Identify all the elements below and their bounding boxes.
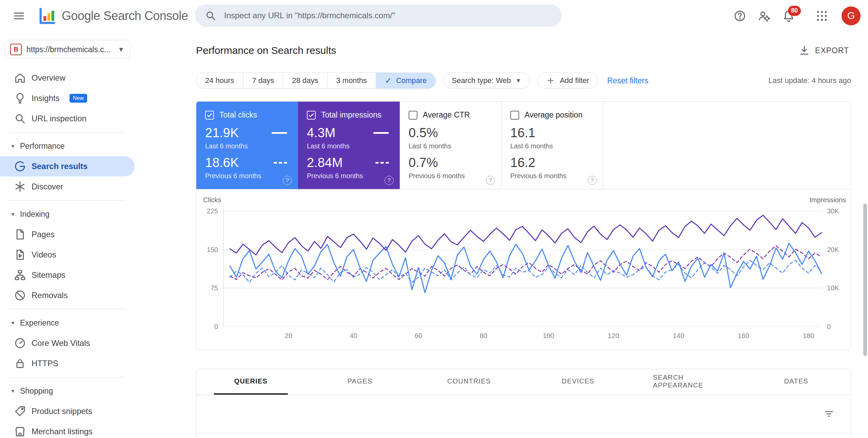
sidebar-item-removals[interactable]: Removals: [0, 285, 135, 306]
caret-down-icon: ▾: [9, 319, 16, 327]
sidebar-item-product-snippets[interactable]: Product snippets: [0, 401, 135, 421]
sidebar-item-label: Merchant listings: [32, 427, 93, 436]
svg-text:75: 75: [211, 284, 218, 292]
sidebar-item-core-web-vitals[interactable]: Core Web Vitals: [0, 333, 135, 353]
metric-help-icon[interactable]: ?: [486, 176, 495, 185]
tab-label: SEARCH APPEARANCE: [633, 369, 742, 395]
solid-line-legend-icon: [373, 132, 389, 134]
sidebar-item-label: Videos: [32, 250, 56, 259]
metric-current-period: Last 6 months: [510, 142, 595, 150]
topbar: Google Search Console 80 G: [0, 0, 868, 32]
url-inspect-input[interactable]: [223, 11, 552, 21]
sidebar-item-label: Pages: [32, 230, 55, 239]
sidebar-section-label: Shopping: [20, 387, 53, 396]
svg-text:180: 180: [803, 332, 814, 339]
performance-card: Total clicks21.9KLast 6 months18.6KPrevi…: [196, 101, 851, 350]
logo-brand-text: Google: [62, 9, 100, 23]
sidebar-divider: [9, 377, 126, 377]
scrollbar-thumb[interactable]: [863, 204, 867, 356]
metric-previous-period: Previous 6 months: [205, 172, 290, 180]
sidebar-item-label: HTTPS: [32, 359, 58, 368]
solid-line-legend-icon: [272, 132, 287, 134]
tab-label: QUERIES: [214, 369, 288, 395]
sidebar-section-shopping[interactable]: ▾Shopping: [0, 381, 135, 401]
metric-checkbox[interactable]: [510, 111, 519, 120]
sidebar-item-videos[interactable]: Videos: [0, 245, 135, 265]
sidebar-item-label: Product snippets: [32, 406, 92, 416]
svg-text:30K: 30K: [827, 207, 839, 215]
date-range-28-days[interactable]: 28 days: [283, 73, 327, 88]
speedometer-icon: [14, 337, 26, 350]
date-range-3-months[interactable]: 3 months: [327, 73, 376, 88]
table-filter-button[interactable]: [821, 405, 837, 422]
metric-checkbox[interactable]: [307, 111, 316, 120]
add-filter-button[interactable]: Add filter: [537, 72, 598, 89]
dimension-tabs-card: QUERIESPAGESCOUNTRIESDEVICESSEARCH APPEA…: [196, 369, 851, 438]
metric-checkbox[interactable]: [205, 111, 214, 120]
chevron-down-icon: ▼: [118, 46, 124, 54]
sidebar-item-overview[interactable]: Overview: [0, 68, 135, 88]
date-range-24-hours[interactable]: 24 hours: [196, 73, 243, 88]
metric-previous-value: 18.6K: [205, 155, 239, 170]
tab-pages[interactable]: PAGES: [305, 369, 415, 395]
tab-dates[interactable]: DATES: [742, 369, 851, 395]
tab-countries[interactable]: COUNTRIES: [414, 369, 524, 395]
metric-head: Average position: [510, 110, 595, 120]
sidebar-section-label: Performance: [20, 142, 65, 151]
url-inspect-searchbar[interactable]: [195, 4, 562, 27]
metric-previous-period: Previous 6 months: [409, 172, 493, 180]
tab-search-appearance[interactable]: SEARCH APPEARANCE: [633, 369, 742, 395]
metric-previous-period: Previous 6 months: [307, 172, 392, 180]
sidebar-item-insights[interactable]: InsightsNew: [0, 88, 135, 108]
sidebar-item-https[interactable]: HTTPS: [0, 353, 135, 374]
tab-queries[interactable]: QUERIES: [196, 369, 305, 395]
metric-previous-period: Previous 6 months: [510, 172, 595, 180]
sidebar-item-search-results[interactable]: Search results: [0, 156, 135, 176]
reset-filters-link[interactable]: Reset filters: [607, 76, 648, 85]
sidebar-item-discover[interactable]: Discover: [0, 176, 135, 197]
metric-head: Total impressions: [307, 110, 392, 120]
sidebar-item-merchant-listings[interactable]: Merchant listings: [0, 421, 135, 438]
account-avatar[interactable]: G: [842, 6, 861, 25]
google-apps-button[interactable]: [812, 6, 831, 25]
sidebar-item-label: Discover: [32, 182, 63, 191]
svg-text:160: 160: [738, 332, 749, 339]
notifications-button[interactable]: 80: [779, 6, 798, 25]
manage-users-button[interactable]: [755, 6, 774, 25]
metric-help-icon[interactable]: ?: [384, 176, 394, 185]
manage-users-icon: [757, 9, 771, 23]
metric-current-value: 4.3M: [307, 126, 335, 140]
sidebar-section-label: Experience: [20, 318, 59, 328]
main-menu-button[interactable]: [9, 6, 29, 26]
logo-product-text: Search Console: [103, 9, 188, 23]
sidebar-section-experience[interactable]: ▾Experience: [0, 313, 135, 333]
search-type-filter[interactable]: Search type: Web ▼: [443, 72, 530, 89]
metric-label: Total impressions: [321, 110, 381, 120]
property-selector[interactable]: B https://brmchemicals.c... ▼: [4, 40, 130, 59]
sidebar-section-performance[interactable]: ▾Performance: [0, 136, 135, 156]
metric-card-total-clicks[interactable]: Total clicks21.9KLast 6 months18.6KPrevi…: [196, 102, 298, 189]
dashed-line-legend-icon: [375, 162, 389, 164]
sidebar-section-label: Indexing: [20, 210, 50, 219]
sidebar-item-pages[interactable]: Pages: [0, 224, 135, 245]
page-icon: [14, 228, 26, 241]
tab-devices[interactable]: DEVICES: [524, 369, 633, 395]
metric-card-average-ctr[interactable]: Average CTR0.5%Last 6 months0.7%Previous…: [400, 102, 501, 189]
metric-checkbox[interactable]: [409, 111, 417, 120]
metric-current-period: Last 6 months: [409, 142, 493, 150]
sparkle-icon: [14, 180, 26, 193]
metric-current-value: 21.9K: [205, 126, 239, 140]
sidebar-item-url-inspection[interactable]: URL inspection: [0, 108, 135, 129]
sidebar-section-indexing[interactable]: ▾Indexing: [0, 204, 135, 224]
date-range-7-days[interactable]: 7 days: [243, 73, 283, 88]
help-button[interactable]: [730, 6, 749, 25]
compare-toggle[interactable]: ✓Compare: [376, 73, 436, 88]
search-inspect-icon: [14, 112, 26, 125]
sidebar-item-sitemaps[interactable]: Sitemaps: [0, 265, 135, 285]
metric-help-icon[interactable]: ?: [588, 176, 597, 185]
metric-card-total-impressions[interactable]: Total impressions4.3MLast 6 months2.84MP…: [298, 102, 400, 189]
export-button[interactable]: EXPORT: [796, 44, 851, 57]
metric-help-icon[interactable]: ?: [283, 176, 292, 185]
svg-text:20K: 20K: [827, 246, 839, 253]
metric-card-average-position[interactable]: Average position16.1Last 6 months16.2Pre…: [501, 102, 603, 189]
